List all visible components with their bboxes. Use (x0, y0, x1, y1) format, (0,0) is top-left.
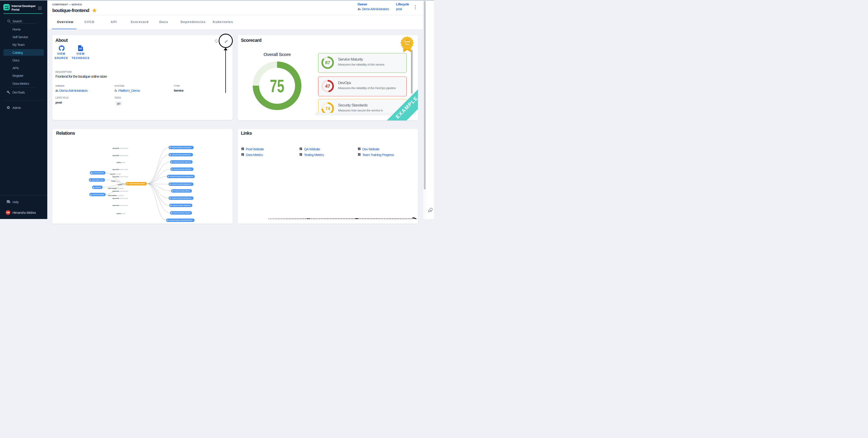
svg-text:ownerOf / ownedBy: ownerOf / ownedBy (110, 173, 121, 175)
svg-text:component:boutique-loadgenerat: component:boutique-loadgenerator (173, 205, 191, 206)
svg-text:component:boutique-currencyser: component:boutique-currencyservice (172, 147, 191, 148)
svg-text:api:starwars-graphql: api:starwars-graphql (93, 194, 104, 196)
svg-text:dependsOn / dependencyOf: dependsOn / dependencyOf (113, 176, 128, 177)
svg-text:dependsOn / dependencyOf: dependsOn / dependencyOf (113, 169, 128, 170)
svg-text:component:boutique-shippingser: component:boutique-shippingservice (172, 183, 191, 185)
svg-text:component:boutique-paymentserv: component:boutique-paymentservice (172, 154, 191, 156)
svg-text:dependsOn / dependencyOf: dependsOn / dependencyOf (113, 155, 128, 156)
svg-text:api:petstore: api:petstore (95, 187, 101, 188)
svg-text:hasPart / partOf: hasPart / partOf (111, 180, 120, 182)
svg-text:component:boutique-emailservic: component:boutique-emailservice (174, 168, 191, 170)
svg-text:component:boutique-frontend: component:boutique-frontend (129, 183, 145, 184)
svg-text:component:boutique-redisservic: component:boutique-redisservice (173, 161, 191, 163)
svg-text:dependsOn / dependencyOf: dependsOn / dependencyOf (113, 205, 128, 206)
svg-text:apiProvidedBy / providesApi: apiProvidedBy / providesApi (108, 195, 124, 196)
svg-text:component:boutique-checkoutser: component:boutique-checkoutservice (172, 197, 191, 199)
svg-text:dependsOn / dependencyOf: dependsOn / dependencyOf (113, 198, 128, 199)
svg-text:hasPart / partOf: hasPart / partOf (117, 213, 125, 214)
svg-text:?: ? (7, 200, 9, 202)
svg-text:dependsOn / dependencyOf: dependsOn / dependencyOf (113, 147, 128, 149)
svg-text:apiProvidedBy / providesApi: apiProvidedBy / providesApi (108, 188, 124, 189)
svg-text:hasPart / partOf: hasPart / partOf (118, 184, 126, 185)
svg-text:system:Platform_Demo: system:Platform_Demo (92, 179, 103, 181)
svg-text:component:boutique-cartservice: component:boutique-cartservice (173, 212, 190, 214)
svg-text:Tier: Tier (405, 43, 409, 46)
svg-text:component:boutique-adservice: component:boutique-adservice (174, 190, 190, 192)
svg-text:Demo Administrators: Demo Administrators (93, 172, 104, 174)
svg-text:component:boutique-productcata: component:boutique-productcatalogservice (170, 176, 193, 177)
svg-text:dependsOn / dependencyOf: dependsOn / dependencyOf (113, 190, 128, 192)
svg-text:Gold: Gold (404, 40, 410, 43)
svg-text:hasPart / partOf: hasPart / partOf (117, 162, 125, 163)
